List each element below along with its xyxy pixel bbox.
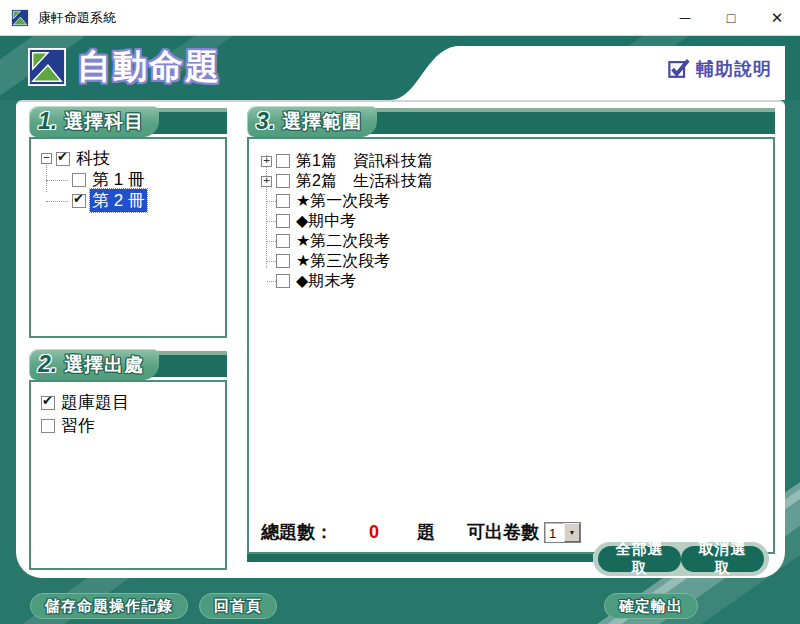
source-list: ✔ 題庫題目 習作 [31, 382, 225, 437]
total-count-value: 0 [369, 522, 379, 543]
total-count-unit: 題 [417, 520, 435, 544]
tree-row: ✔ 第 2 冊 [41, 190, 223, 211]
help-button[interactable]: 輔助說明 [668, 57, 772, 81]
panel-number: 1. [38, 108, 57, 135]
panel-select-source: 2. 選擇出處 ✔ 題庫題目 習作 [29, 349, 227, 570]
tree-lead: + [261, 156, 276, 167]
main-content-card: 1. 選擇科目 − ✔ 科技 第 1 冊 [16, 100, 785, 578]
minimize-button[interactable]: ─ [662, 0, 708, 36]
checkbox-checked[interactable]: ✔ [41, 396, 55, 410]
tree-item-label[interactable]: ★第一次段考 [294, 191, 392, 212]
tree-row: ★第三次段考 [261, 251, 771, 271]
checkbox-unchecked[interactable] [276, 214, 290, 228]
subject-tree: − ✔ 科技 第 1 冊 ✔ 第 2 冊 [31, 139, 225, 211]
tree-item-label[interactable]: 第1篇 資訊科技篇 [294, 151, 435, 172]
tree-item-label-selected[interactable]: 第 2 冊 [90, 189, 147, 212]
close-button[interactable]: ✕ [754, 0, 800, 36]
tree-item-label[interactable]: ◆期末考 [294, 271, 358, 292]
source-list-box: ✔ 題庫題目 習作 [29, 380, 227, 570]
panel-select-range: 3. 選擇範圍 + 第1篇 資訊科技篇 + 第2篇 生活科技篇 [247, 106, 775, 554]
checkbox-unchecked[interactable] [72, 173, 86, 187]
app-logo-icon [11, 9, 29, 27]
deselect-button[interactable]: 取消選取 [681, 546, 764, 572]
footer-bar: 儲存命題操作記錄 回首頁 確定輸出 [0, 578, 800, 624]
paper-count-value: 1 [545, 523, 564, 542]
panel-title: 選擇範圍 [282, 109, 362, 135]
tree-row: ★第一次段考 [261, 191, 771, 211]
panel-header: 1. 選擇科目 [29, 106, 227, 137]
tree-row: ◆期中考 [261, 211, 771, 231]
panel-title: 選擇出處 [64, 352, 144, 378]
list-item: ✔ 題庫題目 [41, 391, 223, 414]
panel-number: 2. [38, 351, 57, 378]
checkbox-unchecked[interactable] [276, 194, 290, 208]
help-button-label: 輔助說明 [696, 57, 772, 81]
tree-item-label[interactable]: ◆期中考 [294, 211, 358, 232]
tree-row: + 第1篇 資訊科技篇 [261, 151, 771, 171]
panel-header-tab: 1. 選擇科目 [29, 106, 159, 137]
panel-header-tab: 2. 選擇出處 [29, 349, 159, 380]
panel-number: 3. [256, 108, 275, 135]
dropdown-arrow-icon[interactable]: ▼ [564, 523, 580, 542]
checkbox-unchecked[interactable] [276, 274, 290, 288]
tree-row: + 第2篇 生活科技篇 [261, 171, 771, 191]
confirm-output-button[interactable]: 確定輸出 [604, 593, 698, 619]
checkbox-unchecked[interactable] [41, 419, 55, 433]
brand-logo-icon [28, 48, 66, 86]
collapse-toggle-icon[interactable]: − [41, 153, 52, 164]
tree-item-label[interactable]: 科技 [74, 147, 112, 170]
tree-connector [41, 190, 72, 211]
tree-connector [266, 155, 267, 268]
page-title: 自動命題 [77, 44, 221, 90]
save-record-button[interactable]: 儲存命題操作記錄 [30, 593, 188, 619]
panel-header: 3. 選擇範圍 [247, 106, 775, 137]
panel-select-subject: 1. 選擇科目 − ✔ 科技 第 1 冊 [29, 106, 227, 338]
tree-lead: − [41, 153, 56, 164]
check-icon: ✔ [57, 149, 68, 164]
checkbox-unchecked[interactable] [276, 174, 290, 188]
tree-row: ◆期末考 [261, 271, 771, 291]
source-item-label[interactable]: 習作 [59, 414, 97, 437]
range-bottom-bar [247, 554, 593, 562]
panel-title: 選擇科目 [64, 109, 144, 135]
tree-item-label[interactable]: 第 1 冊 [90, 168, 147, 191]
app-window: 康軒命題系統 ─ □ ✕ 自動命題 輔助說明 [0, 0, 800, 624]
select-all-button[interactable]: 全部選取 [598, 546, 681, 572]
tree-row: 第 1 冊 [41, 169, 223, 190]
checkbox-checked[interactable]: ✔ [56, 152, 70, 166]
selection-buttons-strip: 全部選取 取消選取 [593, 542, 769, 576]
tree-row: ★第二次段考 [261, 231, 771, 251]
tree-item-label[interactable]: ★第三次段考 [294, 251, 392, 272]
check-icon: ✔ [73, 191, 84, 206]
paper-count-select[interactable]: 1 ▼ [544, 522, 581, 543]
range-tree: + 第1篇 資訊科技篇 + 第2篇 生活科技篇 ★第一次段考 [249, 139, 773, 291]
checkbox-checked[interactable]: ✔ [72, 194, 86, 208]
home-button[interactable]: 回首頁 [199, 593, 277, 619]
checkbox-unchecked[interactable] [276, 234, 290, 248]
total-count-label: 總題數： [261, 520, 333, 544]
source-item-label[interactable]: 題庫題目 [59, 391, 131, 414]
tree-item-label[interactable]: 第2篇 生活科技篇 [294, 171, 435, 192]
subject-tree-box: − ✔ 科技 第 1 冊 ✔ 第 2 冊 [29, 137, 227, 338]
expand-toggle-icon[interactable]: + [261, 156, 272, 167]
maximize-button[interactable]: □ [708, 0, 754, 36]
paper-count-label: 可出卷數 [467, 520, 539, 544]
tree-lead: + [261, 176, 276, 187]
page-title-group: 自動命題 [28, 44, 221, 90]
check-icon: ✔ [42, 393, 53, 408]
tree-row: − ✔ 科技 [41, 148, 223, 169]
list-item: 習作 [41, 414, 223, 437]
window-title: 康軒命題系統 [38, 9, 662, 27]
help-check-icon [668, 58, 690, 80]
window-titlebar: 康軒命題系統 ─ □ ✕ [0, 0, 800, 36]
panel-header: 2. 選擇出處 [29, 349, 227, 380]
expand-toggle-icon[interactable]: + [261, 176, 272, 187]
panel-header-tab: 3. 選擇範圍 [247, 106, 377, 137]
range-tree-box: + 第1篇 資訊科技篇 + 第2篇 生活科技篇 ★第一次段考 [247, 137, 775, 554]
checkbox-unchecked[interactable] [276, 254, 290, 268]
tree-item-label[interactable]: ★第二次段考 [294, 231, 392, 252]
checkbox-unchecked[interactable] [276, 154, 290, 168]
